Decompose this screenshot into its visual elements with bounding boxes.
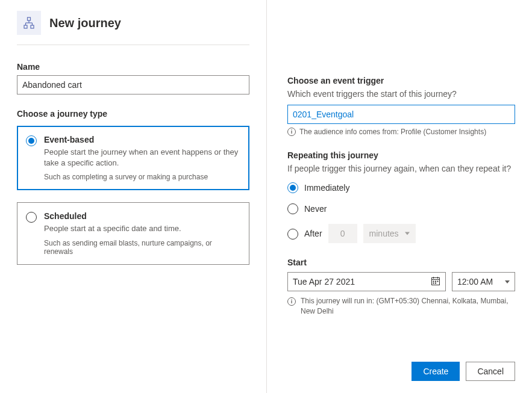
radio-icon	[26, 212, 37, 223]
svg-rect-12	[435, 280, 436, 282]
journey-type-label: Choose a journey type	[17, 109, 249, 119]
start-time-input[interactable]: 12:00 AM	[452, 272, 515, 291]
repeating-help: If people trigger this journey again, wh…	[287, 164, 515, 173]
radio-icon	[26, 135, 37, 146]
info-icon: i	[287, 128, 296, 136]
audience-info: The audience info comes from: Profile (C…	[299, 128, 486, 136]
journey-icon	[17, 11, 41, 35]
card-example: Such as completing a survey or making a …	[44, 173, 239, 181]
repeat-after[interactable]: After minutes	[287, 224, 515, 243]
svg-rect-11	[433, 280, 434, 282]
card-desc: People start the journey when an event h…	[44, 147, 239, 168]
journey-type-scheduled[interactable]: Scheduled People start at a specific dat…	[17, 202, 249, 265]
timezone-note: This journey will run in: (GMT+05:30) Ch…	[301, 296, 515, 317]
svg-rect-14	[433, 282, 434, 283]
event-trigger-label: Choose an event trigger	[287, 76, 515, 85]
card-desc: People start at a specific date and time…	[44, 223, 239, 234]
journey-type-event-based[interactable]: Event-based People start the journey whe…	[17, 126, 249, 190]
start-date-input[interactable]: Tue Apr 27 2021	[287, 272, 446, 291]
info-icon: i	[287, 297, 296, 306]
svg-rect-15	[435, 282, 436, 283]
chevron-down-icon	[505, 280, 510, 283]
after-value-input[interactable]	[328, 224, 357, 243]
option-label: Never	[304, 204, 327, 214]
event-trigger-help: Which event triggers the start of this j…	[287, 89, 515, 99]
option-label: Immediately	[304, 183, 349, 193]
start-time-value: 12:00 AM	[457, 277, 493, 286]
repeating-label: Repeating this journey	[287, 150, 515, 160]
radio-icon	[287, 229, 298, 240]
name-input[interactable]	[17, 75, 249, 94]
svg-rect-1	[24, 25, 27, 28]
page-title: New journey	[49, 16, 121, 30]
svg-rect-2	[31, 25, 34, 28]
name-label: Name	[17, 62, 249, 72]
cancel-button[interactable]: Cancel	[466, 362, 515, 381]
radio-icon	[287, 203, 298, 214]
after-unit-value: minutes	[369, 229, 399, 238]
event-trigger-input[interactable]	[287, 105, 515, 124]
repeat-never[interactable]: Never	[287, 203, 515, 214]
create-button[interactable]: Create	[412, 362, 460, 381]
svg-rect-0	[28, 17, 31, 20]
repeat-immediately[interactable]: Immediately	[287, 182, 515, 193]
radio-icon	[287, 182, 298, 193]
after-unit-select[interactable]: minutes	[363, 224, 416, 243]
calendar-icon	[431, 276, 440, 288]
svg-rect-13	[437, 280, 439, 282]
option-label: After	[304, 229, 322, 238]
card-title: Scheduled	[44, 211, 239, 221]
start-date-value: Tue Apr 27 2021	[293, 277, 355, 286]
start-label: Start	[287, 258, 515, 267]
card-title: Event-based	[44, 135, 239, 144]
card-example: Such as sending email blasts, nurture ca…	[44, 239, 239, 256]
